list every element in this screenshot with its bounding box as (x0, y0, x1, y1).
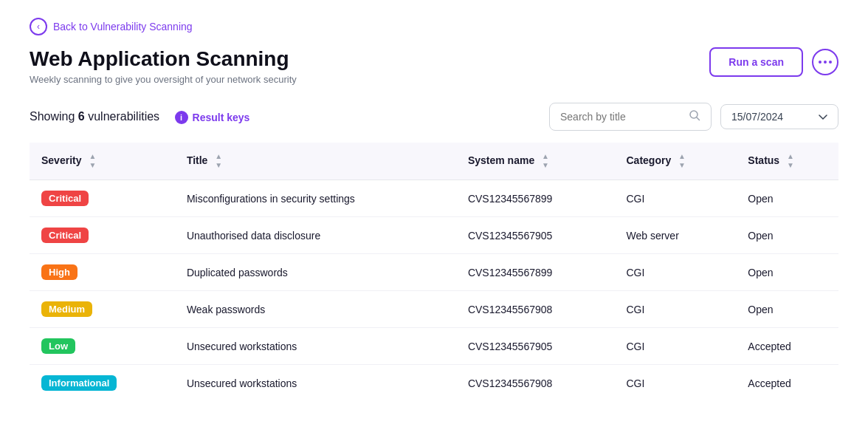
cell-title: Weak passwords (175, 291, 456, 328)
cell-status: Open (736, 180, 838, 217)
result-keys-link[interactable]: i Result keys (175, 111, 250, 124)
cell-severity: Critical (30, 180, 175, 217)
cell-system-name: CVS12345567905 (456, 328, 615, 365)
cell-category: Web server (615, 217, 737, 254)
table-header-row: Severity ▲▼ Title ▲▼ System name ▲▼ Cate… (30, 143, 838, 180)
showing-text: Showing 6 vulnerabilities (30, 110, 163, 123)
more-options-button[interactable] (812, 49, 838, 75)
cell-severity: Low (30, 328, 175, 365)
search-icon (689, 109, 700, 124)
cell-status: Accepted (736, 328, 838, 365)
cell-system-name: CVS12345567908 (456, 365, 615, 402)
toolbar: Showing 6 vulnerabilities i Result keys … (30, 103, 838, 131)
cell-severity: Medium (30, 291, 175, 328)
cell-system-name: CVS12345567899 (456, 180, 615, 217)
severity-badge: Low (41, 338, 75, 354)
cell-category: CGI (615, 365, 737, 402)
sort-status-icon: ▲▼ (787, 153, 794, 169)
sort-severity-icon: ▲▼ (89, 153, 96, 169)
cell-category: CGI (615, 254, 737, 291)
cell-status: Accepted (736, 365, 838, 402)
showing-info: Showing 6 vulnerabilities i Result keys (30, 110, 249, 124)
severity-badge: Medium (41, 301, 92, 317)
chevron-down-icon (819, 111, 827, 123)
sort-category-icon: ▲▼ (678, 153, 686, 169)
cell-title: Unsecured workstations (175, 365, 456, 402)
svg-line-4 (697, 117, 700, 120)
vuln-count: 6 (78, 110, 85, 123)
cell-severity: Critical (30, 217, 175, 254)
cell-category: CGI (615, 328, 737, 365)
table-row[interactable]: High Duplicated passwords CVS12345567899… (30, 254, 838, 291)
cell-severity: High (30, 254, 175, 291)
cell-category: CGI (615, 180, 737, 217)
back-link-label: Back to Vulnerability Scanning (53, 21, 193, 33)
table-row[interactable]: Critical Unauthorised data disclosure CV… (30, 217, 838, 254)
col-severity[interactable]: Severity ▲▼ (30, 143, 175, 180)
table-row[interactable]: Informational Unsecured workstations CVS… (30, 365, 838, 402)
cell-system-name: CVS12345567905 (456, 217, 615, 254)
header-actions: Run a scan (709, 47, 838, 77)
sort-title-icon: ▲▼ (215, 153, 222, 169)
table-row[interactable]: Low Unsecured workstations CVS1234556790… (30, 328, 838, 365)
more-dots-icon (819, 61, 832, 64)
severity-badge: Informational (41, 375, 117, 391)
table-row[interactable]: Critical Misconfigurations in security s… (30, 180, 838, 217)
cell-status: Open (736, 217, 838, 254)
run-scan-button[interactable]: Run a scan (709, 47, 803, 77)
svg-point-2 (829, 61, 832, 64)
page-subtitle: Weekly scanning to give you oversight of… (30, 74, 297, 85)
sort-system-icon: ▲▼ (542, 153, 549, 169)
cell-title: Unsecured workstations (175, 328, 456, 365)
cell-system-name: CVS12345567899 (456, 254, 615, 291)
col-category[interactable]: Category ▲▼ (615, 143, 737, 180)
col-status[interactable]: Status ▲▼ (736, 143, 838, 180)
title-group: Web Application Scanning Weekly scanning… (30, 47, 297, 85)
svg-point-0 (819, 61, 822, 64)
severity-badge: High (41, 264, 78, 280)
back-link[interactable]: ‹ Back to Vulnerability Scanning (30, 18, 838, 35)
search-box[interactable] (549, 103, 712, 131)
cell-category: CGI (615, 291, 737, 328)
cell-system-name: CVS12345567908 (456, 291, 615, 328)
date-value: 15/07/2024 (731, 111, 783, 123)
toolbar-right: 15/07/2024 (549, 103, 838, 131)
severity-badge: Critical (41, 191, 89, 206)
back-arrow-icon: ‹ (30, 18, 47, 35)
info-icon: i (175, 111, 188, 124)
cell-status: Open (736, 254, 838, 291)
vulnerabilities-table: Severity ▲▼ Title ▲▼ System name ▲▼ Cate… (30, 143, 838, 401)
cell-severity: Informational (30, 365, 175, 402)
cell-title: Misconfigurations in security settings (175, 180, 456, 217)
col-system-name[interactable]: System name ▲▼ (456, 143, 615, 180)
page-title: Web Application Scanning (30, 47, 297, 71)
date-filter[interactable]: 15/07/2024 (720, 104, 838, 129)
search-input[interactable] (560, 111, 683, 123)
cell-status: Open (736, 291, 838, 328)
cell-title: Unauthorised data disclosure (175, 217, 456, 254)
svg-point-1 (824, 61, 827, 64)
cell-title: Duplicated passwords (175, 254, 456, 291)
severity-badge: Critical (41, 228, 89, 243)
table-row[interactable]: Medium Weak passwords CVS12345567908 CGI… (30, 291, 838, 328)
col-title[interactable]: Title ▲▼ (175, 143, 456, 180)
page-header: Web Application Scanning Weekly scanning… (30, 47, 838, 85)
